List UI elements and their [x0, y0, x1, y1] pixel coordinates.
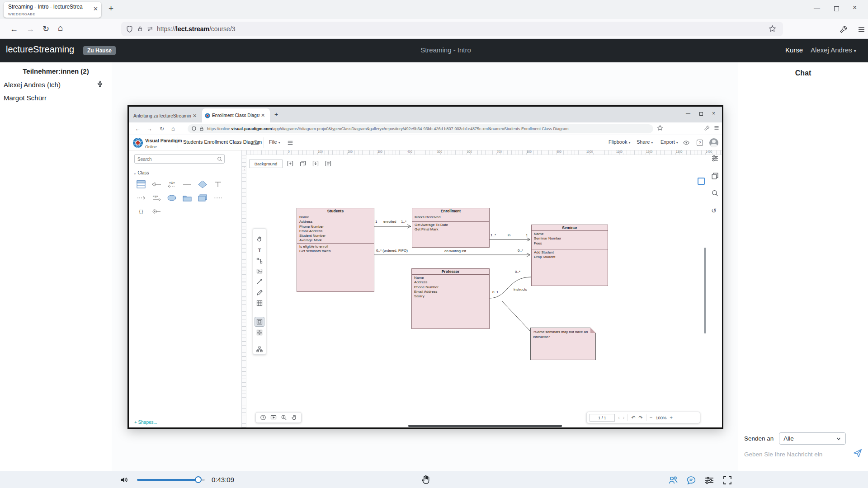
send-to-select[interactable]: Alle: [779, 432, 846, 445]
vp-canvas[interactable]: 0100200300400500600700800900100011001200…: [242, 150, 722, 427]
vp-section-class[interactable]: ⌄ Class: [133, 170, 149, 175]
zoom-out-icon[interactable]: −: [650, 415, 652, 420]
participant-row[interactable]: Margot Schürr: [0, 91, 112, 104]
participant-row[interactable]: Alexej Andres (Ich): [0, 78, 112, 91]
uml-class-seminar[interactable]: SeminarNameSeminar NumberFeesAdd Student…: [531, 225, 608, 286]
shape-containment[interactable]: [211, 178, 225, 190]
lock-icon[interactable]: [137, 26, 143, 32]
forward-icon[interactable]: →: [26, 24, 34, 34]
avatar[interactable]: [709, 138, 718, 147]
prev-page-icon[interactable]: ‹: [618, 415, 620, 420]
vp-maximize-button[interactable]: [699, 112, 703, 116]
window-maximize-button[interactable]: [834, 6, 839, 11]
eye-icon[interactable]: [683, 140, 689, 146]
shape-package[interactable]: [180, 192, 194, 204]
send-message-icon[interactable]: [853, 448, 863, 460]
share-menu[interactable]: Share▾: [637, 139, 653, 145]
search-panel-icon[interactable]: [711, 189, 719, 197]
pages-panel-icon[interactable]: [711, 172, 719, 180]
menu-hamburger-icon[interactable]: [714, 125, 719, 131]
vp-more-shapes-link[interactable]: + Shapes...: [134, 420, 157, 425]
chat-toggle-icon[interactable]: [686, 475, 697, 488]
forward-icon[interactable]: →: [147, 125, 152, 132]
vp-close-button[interactable]: ×: [712, 110, 715, 117]
reload-icon[interactable]: ↻: [42, 24, 49, 34]
settings-sliders-icon[interactable]: [704, 475, 715, 488]
volume-icon[interactable]: [119, 475, 129, 487]
next-page-icon[interactable]: ›: [623, 415, 625, 420]
new-tab-button[interactable]: +: [108, 4, 113, 14]
shape-nary-diamond[interactable]: [196, 178, 209, 190]
file-menu[interactable]: File▾: [269, 139, 280, 145]
flipbook-menu[interactable]: Flipbook▾: [609, 139, 631, 145]
page-indicator[interactable]: 1 / 1: [590, 414, 615, 422]
raise-hand-icon[interactable]: [420, 474, 432, 487]
uml-note[interactable]: ?Some seminars may not have an instructo…: [530, 328, 596, 360]
wrench-icon[interactable]: [704, 125, 709, 131]
vp-tab-anleitung[interactable]: Anleitung zu lectureStreaming✕: [131, 109, 201, 122]
hand-tool-icon[interactable]: [255, 234, 264, 244]
participants-icon[interactable]: [668, 475, 679, 488]
reload-icon[interactable]: ↻: [160, 125, 164, 132]
zoom-level[interactable]: 100%: [656, 415, 666, 420]
url-bar[interactable]: https://lect.stream/course/3: [121, 22, 783, 36]
floating-widget[interactable]: [698, 178, 705, 185]
permissions-icon[interactable]: [147, 26, 153, 32]
undo-icon[interactable]: ↶: [631, 415, 635, 421]
home-icon[interactable]: ⌂: [171, 125, 175, 132]
canvas-background-tab[interactable]: Background: [249, 160, 283, 168]
menu-hamburger-icon[interactable]: [858, 26, 865, 33]
page-list-icon[interactable]: [325, 160, 331, 167]
redo-icon[interactable]: ↷: [639, 415, 643, 421]
app-brand[interactable]: lectureStreaming: [6, 44, 74, 55]
presentation-icon[interactable]: [270, 414, 277, 421]
add-page-icon[interactable]: [287, 160, 293, 167]
uml-class-enrollment[interactable]: EnrollmentMarks ReceivedGet Average To D…: [412, 208, 490, 248]
wrench-icon[interactable]: [839, 25, 847, 33]
connector-tool-icon[interactable]: [255, 256, 264, 266]
vp-new-tab-button[interactable]: +: [274, 111, 278, 118]
shape-dependency[interactable]: [134, 192, 148, 204]
cloud-sync-icon[interactable]: [252, 139, 259, 146]
shape-provided-interface[interactable]: [150, 206, 163, 217]
vertical-scrollbar[interactable]: [704, 248, 706, 333]
volume-knob[interactable]: [195, 476, 202, 483]
window-minimize-button[interactable]: —: [814, 5, 820, 12]
home-icon[interactable]: ⌂: [58, 23, 63, 33]
help-icon[interactable]: ?: [697, 140, 703, 146]
panel-resize-gripper[interactable]: ⋮: [242, 167, 247, 172]
shape-usage[interactable]: «U»: [165, 178, 179, 190]
vp-doc-title[interactable]: Students Enrollment Class Diagram: [183, 139, 262, 145]
uml-class-students[interactable]: StudentsNameAddressPhone NumberEmail Add…: [297, 208, 374, 292]
time-tracker-icon[interactable]: [260, 414, 266, 421]
format-panel-icon[interactable]: [711, 155, 719, 162]
nav-kurse-link[interactable]: Kurse: [785, 46, 803, 54]
home-badge-button[interactable]: Zu Hause: [83, 46, 116, 55]
frame-tool-icon[interactable]: [255, 317, 264, 327]
vp-minimize-button[interactable]: —: [686, 111, 690, 116]
window-close-button[interactable]: ×: [853, 4, 857, 12]
shape-note-stack[interactable]: [196, 192, 209, 204]
export-menu[interactable]: Export▾: [660, 139, 678, 145]
shape-constraint[interactable]: { }: [134, 206, 148, 217]
bookmark-star-icon[interactable]: [657, 125, 663, 131]
browser-tab[interactable]: Streaming - Intro - lectureStrea WIEDERG…: [4, 2, 101, 18]
back-icon[interactable]: ←: [10, 24, 18, 34]
user-menu[interactable]: Alexej Andres▾: [811, 46, 856, 54]
pan-hand-icon[interactable]: [291, 414, 297, 421]
sitemap-tool-icon[interactable]: [255, 344, 264, 354]
volume-slider[interactable]: [137, 479, 205, 481]
message-input[interactable]: [744, 451, 853, 458]
vp-search-input[interactable]: [135, 155, 212, 164]
table-tool-icon[interactable]: [255, 298, 264, 308]
zoom-in-icon[interactable]: +: [670, 415, 673, 420]
shield-icon[interactable]: [126, 25, 133, 33]
back-icon[interactable]: ←: [135, 125, 141, 132]
vp-tab-enrollment[interactable]: Enrollment Class Diagram✕: [202, 108, 270, 122]
shape-association[interactable]: [180, 178, 194, 190]
shape-dotted-line[interactable]: [211, 192, 225, 204]
bookmark-star-icon[interactable]: [769, 25, 776, 33]
toolbar-menu-icon[interactable]: [287, 140, 293, 146]
widgets-tool-icon[interactable]: [255, 328, 264, 338]
shape-generalization[interactable]: [150, 178, 163, 190]
